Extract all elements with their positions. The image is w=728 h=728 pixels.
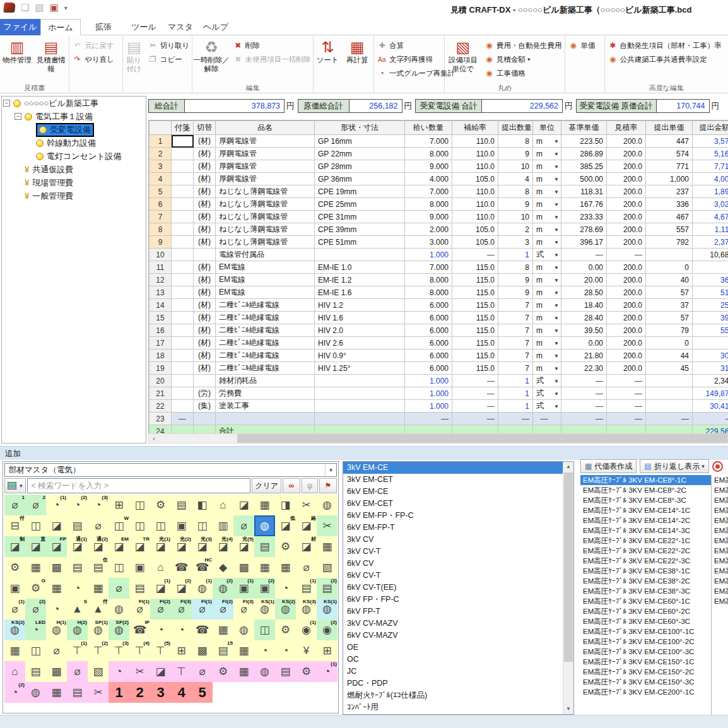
unit-dropdown-icon[interactable]: ▼ (554, 227, 559, 233)
supply-rate-cell[interactable]: 115.0 (452, 312, 498, 324)
estimate-rate-cell[interactable]: 200.0 (607, 211, 646, 223)
unit-cell[interactable]: m▼ (533, 299, 561, 312)
supply-rate-cell[interactable]: 110.0 (452, 135, 498, 148)
parts-icon-cell[interactable]: ◪絡 (296, 515, 317, 536)
base-price-cell[interactable]: 18.40 (561, 299, 607, 312)
fusen-cell[interactable] (172, 299, 194, 312)
parts-icon-cell[interactable]: ⚙ (213, 661, 233, 682)
estimate-rate-cell[interactable]: 200.0 (607, 312, 646, 324)
tab-tools[interactable]: ツール (126, 19, 161, 35)
unit-dropdown-icon[interactable]: ▼ (554, 391, 559, 397)
parts-icon-cell[interactable]: ◫ (109, 557, 129, 578)
scroll-left-arrow-icon[interactable]: ‹ (149, 434, 159, 443)
work-price-button[interactable]: ◉工事価格 (481, 66, 565, 80)
unit-cell[interactable]: m▼ (533, 198, 561, 211)
parts-icon-cell[interactable]: ◍KS(3) (296, 599, 317, 619)
parts-icon-cell[interactable]: ✂ (129, 661, 150, 682)
item-name-cell[interactable]: 雑材消耗品 (216, 375, 315, 387)
fusen-cell[interactable] (172, 160, 194, 173)
submit-quantity-cell[interactable]: 8 (498, 185, 533, 198)
cable-type-item[interactable]: 6kV EM-CE (343, 486, 563, 498)
kirikae-cell[interactable]: (材) (194, 211, 216, 223)
parts-icon-cell[interactable]: ◍H(1) (46, 619, 67, 640)
kirikae-cell[interactable]: (材) (194, 148, 216, 160)
submit-amount-cell[interactable]: 399 (693, 312, 728, 324)
row-number[interactable]: 10 (150, 249, 172, 261)
cable-item[interactable]: EM高圧ｹｰﾌﾞﾙ 3KV EM-CE60°-1C (580, 596, 711, 606)
submit-price-cell[interactable]: ― (646, 413, 693, 425)
base-price-cell[interactable]: 396.17 (561, 236, 607, 249)
cable-item[interactable]: EM高圧ｹｰﾌﾞﾙ 3KV EM-CE200°-1C (580, 687, 711, 697)
submit-price-cell[interactable]: 237 (646, 185, 693, 198)
parts-icon-cell[interactable]: ▤ (275, 661, 296, 682)
spec-cell[interactable]: CPE 51mm (315, 236, 405, 249)
tree-item[interactable]: −○○○○○ビル新築工事 (2, 97, 146, 110)
unit-cell[interactable]: m▼ (533, 185, 561, 198)
cable-type-item[interactable]: 6kV CV-T(EE) (343, 582, 563, 594)
row-number[interactable]: 23 (150, 413, 172, 425)
row-number[interactable]: 24 (150, 425, 172, 434)
parts-icon-cell[interactable]: ▧ (88, 661, 109, 682)
parts-icon-cell[interactable]: ◪通(2) (88, 536, 109, 557)
row-number[interactable]: 3 (150, 160, 172, 173)
parts-icon-cell[interactable]: ▥ (213, 515, 233, 536)
unit-cell[interactable]: m▼ (533, 286, 561, 299)
quantity-cell[interactable]: 9.000 (405, 160, 452, 173)
estimate-rate-cell[interactable]: 200.0 (607, 324, 646, 337)
parts-icon-cell[interactable]: 3 (150, 682, 171, 703)
kirikae-cell[interactable]: (材) (194, 312, 216, 324)
cable-type-item[interactable]: 6kV EM-FP-T (343, 522, 563, 534)
base-price-cell[interactable]: 286.89 (561, 148, 607, 160)
supply-rate-cell[interactable]: 105.0 (452, 223, 498, 236)
submit-quantity-cell[interactable]: ― (498, 413, 533, 425)
estimate-rate-cell[interactable]: 200.0 (607, 236, 646, 249)
row-number[interactable]: 6 (150, 198, 172, 211)
unit-cell[interactable]: m▼ (533, 274, 561, 286)
item-name-cell[interactable]: EM電線 (216, 286, 315, 299)
submit-amount-cell[interactable]: 4,000 (693, 173, 728, 185)
spec-cell[interactable]: CPE 31mm (315, 211, 405, 223)
parts-icon-cell[interactable]: ◪通(1) (67, 536, 88, 557)
cable-item[interactable]: EM高圧ｹｰﾌﾞﾙ 3KV EM-CE22°-3C (580, 556, 711, 566)
quantity-cell[interactable]: 6.000 (405, 349, 452, 362)
parts-icon-cell[interactable]: ◪ (46, 515, 67, 536)
spec-cell[interactable]: GP 36mm (315, 173, 405, 185)
parts-icon-cell[interactable]: 4 (171, 682, 192, 703)
parts-icon-cell[interactable]: ⌂ (150, 557, 171, 578)
kirikae-cell[interactable]: (材) (194, 324, 216, 337)
paste-button[interactable]: ▤ 貼り付け (123, 37, 144, 74)
tree-selected-item[interactable]: 受変電設備 (36, 123, 94, 137)
row-number[interactable]: 13 (150, 286, 172, 299)
kirikae-cell[interactable]: (材) (194, 173, 216, 185)
quantity-cell[interactable]: 6.000 (405, 312, 452, 324)
cable-type-item[interactable]: 6kV EM-FP・FP-C (343, 510, 563, 522)
kirikae-cell[interactable] (194, 375, 216, 387)
parts-icon-cell[interactable]: ⊤(5) (150, 640, 171, 661)
parts-icon-cell[interactable]: ◪ (233, 495, 254, 515)
parts-icon-cell[interactable]: ⌀2 (25, 495, 46, 515)
parts-icon-cell[interactable]: ◪光(1) (150, 536, 171, 557)
quantity-cell[interactable]: 6.000 (405, 362, 452, 375)
parts-icon-cell[interactable]: ▩ (192, 640, 213, 661)
item-name-cell[interactable]: 二種ﾋﾞﾆﾙ絶縁電線 (216, 349, 315, 362)
tab-master[interactable]: マスタ (164, 19, 197, 35)
fusen-cell[interactable] (172, 274, 194, 286)
combo-dropdown-icon[interactable]: ▾ (325, 464, 336, 476)
cable-item[interactable]: EM高圧ｹｰﾌﾞﾙ 3KV EM-CE22°-2C (580, 546, 711, 556)
spec-cell[interactable]: CPE 25mm (315, 198, 405, 211)
item-name-cell[interactable]: 塗装工事 (216, 400, 315, 413)
parts-icon-cell[interactable]: ⌀ (192, 661, 213, 682)
tree-item[interactable]: ¥共通仮設費 (2, 163, 146, 176)
parts-icon-cell[interactable]: ◍KS(1) (254, 599, 275, 619)
base-price-cell[interactable]: 118.31 (561, 185, 607, 198)
fusen-cell[interactable] (172, 375, 194, 387)
cable-item-overflow[interactable]: EM高 (714, 515, 728, 525)
hand-paste-icon[interactable]: ⚑ (319, 478, 337, 493)
submit-quantity-cell[interactable]: 7 (498, 312, 533, 324)
cable-item[interactable]: EM高圧ｹｰﾌﾞﾙ 3KV EM-CE60°-3C (580, 616, 711, 626)
cable-item-overflow[interactable]: EM高 (714, 576, 728, 586)
row-number[interactable]: 22 (150, 400, 172, 413)
cable-type-item[interactable]: 6kV CV-T (343, 570, 563, 582)
unit-cell[interactable]: m▼ (533, 349, 561, 362)
column-header[interactable]: 基準単価 (561, 121, 607, 135)
